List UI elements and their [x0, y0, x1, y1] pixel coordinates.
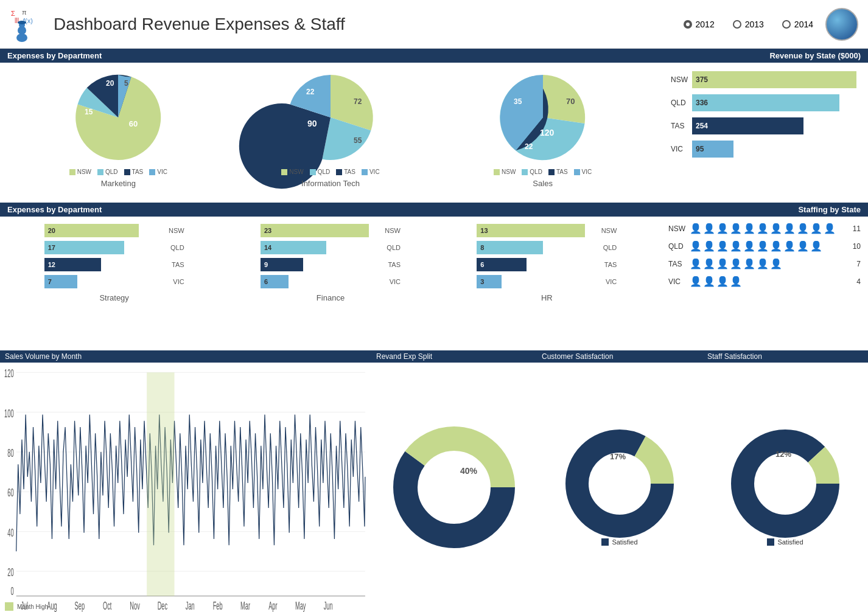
mid-section-bar: Expenses by Department Staffing by State: [0, 203, 868, 217]
infotech-chart: 72 55 90 22 NSW QLD TAS VIC Information …: [281, 69, 379, 188]
svg-text:90: 90: [307, 119, 317, 128]
svg-text:40%: 40%: [460, 466, 478, 476]
year-2013-label: 2013: [745, 19, 764, 29]
revenue-by-state: NSW 375 QLD 336 TAS 254: [661, 63, 868, 203]
svg-rect-34: [147, 372, 174, 596]
hr-chart: 13 NSW 8 QLD 6 TAS 3 VIC: [477, 224, 617, 302]
svg-text:22: 22: [306, 88, 315, 96]
marketing-pie: 60 15 20 5: [69, 69, 167, 166]
staffing-by-state: NSW 👤👤👤 👤👤👤 👤👤👤 👤👤 11 QLD 👤👤👤 👤👤👤 👤👤👤: [661, 217, 868, 350]
header: Σ π ||| f(x) Dashboard Revenue Expenses …: [0, 0, 868, 49]
svg-text:Dec: Dec: [158, 600, 167, 612]
staff-sat-title: Staff Satisfaction: [702, 350, 868, 363]
svg-text:60%: 60%: [437, 484, 457, 494]
staff-sat-panel: Staff Satisfaction 88% 12% Satisfied: [702, 350, 868, 612]
svg-text:35: 35: [514, 97, 522, 106]
svg-text:0: 0: [10, 585, 13, 597]
marketing-chart: 60 15 20 5 NSW QLD TAS VIC Marketing: [69, 69, 167, 188]
svg-text:12%: 12%: [775, 450, 791, 459]
svg-text:120: 120: [4, 367, 13, 380]
month-high-legend-box: [5, 602, 13, 611]
svg-point-7: [18, 21, 26, 24]
svg-text:17%: 17%: [610, 452, 626, 461]
revenue-state-label: Revenue by State ($000): [769, 51, 861, 60]
donut-charts-area: Revand Exp Split 60% 40% Customer Satisf…: [371, 350, 868, 612]
svg-text:5: 5: [124, 79, 128, 88]
svg-text:80: 80: [7, 447, 13, 459]
svg-text:Sep: Sep: [75, 600, 85, 612]
svg-text:Apr: Apr: [268, 600, 278, 612]
rev-exp-title: Revand Exp Split: [371, 350, 537, 363]
svg-text:40: 40: [7, 526, 13, 538]
strategy-label: Strategy: [44, 293, 184, 302]
hr-label: HR: [477, 293, 617, 302]
svg-text:22: 22: [525, 142, 533, 151]
svg-text:Σ: Σ: [11, 10, 15, 17]
expenses-dept2-label: Expenses by Department: [7, 205, 102, 214]
staff-sat-donut: 88% 12% Satisfied: [702, 363, 868, 612]
sales-chart: 70 120 35 22 NSW QLD TAS VIC Sales: [494, 69, 592, 188]
dept-bar-charts: 20 NSW 17 QLD 12 TAS 7 VIC: [0, 217, 661, 350]
bottom-content: Sales Volume by Month 120 100 80 60 40 2…: [0, 350, 868, 612]
year-2014-label: 2014: [794, 19, 813, 29]
revenue-nsw-row: NSW 375: [671, 71, 858, 88]
svg-text:Jun: Jun: [324, 600, 333, 612]
cust-sat-legend: Satisfied: [601, 538, 637, 546]
svg-text:83%: 83%: [605, 481, 623, 492]
staff-sat-legend: Satisfied: [767, 538, 803, 546]
svg-text:20: 20: [7, 566, 13, 579]
strategy-chart: 20 NSW 17 QLD 12 TAS 7 VIC: [44, 224, 184, 302]
svg-text:Oct: Oct: [103, 600, 111, 612]
cust-sat-donut: 83% 17% Satisfied: [537, 363, 702, 612]
svg-point-5: [16, 33, 27, 42]
sales-label: Sales: [533, 179, 553, 188]
radio-2014[interactable]: [782, 20, 791, 29]
sales-line-chart: 120 100 80 60 40 20 0: [2, 365, 366, 601]
header-icons: Σ π ||| f(x): [10, 6, 46, 43]
sales-volume-title: Sales Volume by Month: [0, 350, 371, 363]
rev-exp-panel: Revand Exp Split 60% 40%: [371, 350, 537, 612]
top-content: 60 15 20 5 NSW QLD TAS VIC Marketing: [0, 63, 868, 203]
sales-legend: NSW QLD TAS VIC: [494, 169, 592, 175]
globe-icon: [825, 8, 858, 41]
svg-text:Jul: Jul: [21, 600, 28, 612]
svg-text:20: 20: [106, 79, 114, 88]
year-filter[interactable]: 2012 2013 2014: [684, 19, 813, 29]
svg-text:Jan: Jan: [186, 600, 195, 612]
svg-text:55: 55: [354, 136, 362, 145]
year-2014[interactable]: 2014: [782, 19, 813, 29]
rev-exp-donut: 60% 40%: [371, 363, 537, 612]
staff-qld: QLD 👤👤👤 👤👤👤 👤👤👤 👤 10: [668, 240, 861, 252]
staff-nsw: NSW 👤👤👤 👤👤👤 👤👤👤 👤👤 11: [668, 223, 861, 234]
year-2012[interactable]: 2012: [684, 19, 715, 29]
radio-2012[interactable]: [684, 20, 692, 29]
revenue-qld-row: QLD 336: [671, 94, 858, 111]
pie-charts-area: 60 15 20 5 NSW QLD TAS VIC Marketing: [0, 63, 661, 203]
staffing-state-label: Staffing by State: [798, 205, 861, 214]
svg-text:Aug: Aug: [47, 600, 57, 612]
staff-tas: TAS 👤👤👤 👤👤👤 👤 7: [668, 258, 861, 269]
cust-sat-title: Customer Satisfaction: [537, 350, 702, 363]
dashboard: Σ π ||| f(x) Dashboard Revenue Expenses …: [0, 0, 868, 612]
page-title: Dashboard Revenue Expenses & Staff: [54, 15, 684, 34]
svg-text:70: 70: [566, 97, 575, 106]
svg-text:88%: 88%: [771, 481, 789, 492]
revenue-tas-row: TAS 254: [671, 117, 858, 134]
year-2013[interactable]: 2013: [733, 19, 764, 29]
svg-text:Mar: Mar: [240, 600, 250, 612]
infotech-pie: 72 55 90 22: [282, 69, 379, 166]
svg-text:15: 15: [85, 108, 93, 116]
radio-2013[interactable]: [733, 20, 741, 29]
marketing-label: Marketing: [101, 179, 136, 188]
finance-chart: 23 NSW 14 QLD 9 TAS 6 VIC: [261, 224, 401, 302]
expenses-dept-label: Expenses by Department: [7, 51, 102, 60]
cust-sat-panel: Customer Satisfaction 83% 17% Satisfied: [537, 350, 702, 612]
svg-text:Nov: Nov: [130, 600, 140, 612]
svg-text:120: 120: [540, 128, 555, 137]
svg-text:72: 72: [354, 97, 362, 106]
svg-text:60: 60: [7, 487, 13, 499]
revenue-vic-row: VIC 95: [671, 141, 858, 158]
svg-text:May: May: [295, 600, 306, 612]
infotech-label: Information Tech: [301, 179, 360, 188]
sales-volume-panel: Sales Volume by Month 120 100 80 60 40 2…: [0, 350, 371, 612]
